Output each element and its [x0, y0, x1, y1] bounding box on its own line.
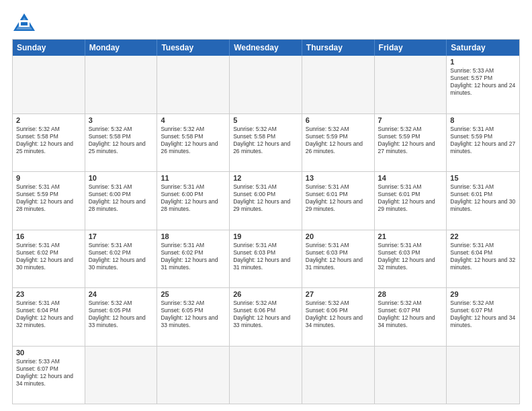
calendar-cell: 15Sunrise: 5:31 AM Sunset: 6:01 PM Dayli… [447, 172, 519, 230]
cell-info: Sunrise: 5:31 AM Sunset: 5:59 PM Dayligh… [16, 183, 81, 213]
calendar-cell: 30Sunrise: 5:33 AM Sunset: 6:07 PM Dayli… [13, 347, 85, 404]
day-number: 14 [378, 174, 443, 182]
calendar-cell: 20Sunrise: 5:31 AM Sunset: 6:03 PM Dayli… [302, 230, 375, 288]
day-number: 4 [161, 116, 226, 124]
calendar-cell [157, 56, 230, 113]
calendar-cell: 21Sunrise: 5:31 AM Sunset: 6:03 PM Dayli… [375, 230, 447, 288]
header [12, 12, 520, 32]
logo [12, 12, 40, 32]
weekday-header-sunday: Sunday [13, 40, 85, 56]
cell-info: Sunrise: 5:31 AM Sunset: 6:03 PM Dayligh… [306, 242, 371, 271]
cell-info: Sunrise: 5:32 AM Sunset: 5:59 PM Dayligh… [378, 126, 443, 155]
cell-info: Sunrise: 5:31 AM Sunset: 6:03 PM Dayligh… [233, 242, 298, 271]
calendar-cell: 13Sunrise: 5:31 AM Sunset: 6:01 PM Dayli… [302, 172, 375, 230]
calendar-cell: 29Sunrise: 5:32 AM Sunset: 6:07 PM Dayli… [447, 288, 519, 346]
day-number: 10 [89, 174, 154, 182]
calendar-cell: 18Sunrise: 5:31 AM Sunset: 6:02 PM Dayli… [157, 230, 230, 288]
day-number: 7 [378, 116, 443, 124]
calendar-cell [157, 347, 230, 404]
cell-info: Sunrise: 5:33 AM Sunset: 6:07 PM Dayligh… [16, 358, 81, 387]
day-number: 2 [16, 116, 81, 124]
calendar-cell [85, 347, 158, 404]
calendar-row-2: 9Sunrise: 5:31 AM Sunset: 5:59 PM Daylig… [13, 171, 519, 230]
calendar-cell: 9Sunrise: 5:31 AM Sunset: 5:59 PM Daylig… [13, 172, 85, 230]
day-number: 13 [306, 174, 371, 182]
cell-info: Sunrise: 5:31 AM Sunset: 6:04 PM Dayligh… [450, 242, 516, 271]
svg-rect-3 [21, 22, 28, 26]
cell-info: Sunrise: 5:32 AM Sunset: 5:58 PM Dayligh… [89, 126, 154, 155]
cell-info: Sunrise: 5:31 AM Sunset: 6:02 PM Dayligh… [16, 242, 81, 271]
day-number: 28 [378, 290, 443, 298]
calendar-cell: 5Sunrise: 5:32 AM Sunset: 5:58 PM Daylig… [230, 114, 302, 172]
day-number: 1 [450, 58, 516, 66]
day-number: 5 [233, 116, 298, 124]
day-number: 21 [378, 232, 443, 240]
day-number: 8 [450, 116, 516, 124]
cell-info: Sunrise: 5:32 AM Sunset: 6:07 PM Dayligh… [450, 300, 516, 329]
weekday-header-friday: Friday [375, 40, 447, 56]
cell-info: Sunrise: 5:31 AM Sunset: 6:00 PM Dayligh… [161, 183, 226, 213]
cell-info: Sunrise: 5:32 AM Sunset: 6:05 PM Dayligh… [161, 300, 226, 329]
calendar-cell: 16Sunrise: 5:31 AM Sunset: 6:02 PM Dayli… [13, 230, 85, 288]
calendar-cell [13, 56, 85, 113]
cell-info: Sunrise: 5:31 AM Sunset: 6:01 PM Dayligh… [306, 183, 371, 213]
calendar: SundayMondayTuesdayWednesdayThursdayFrid… [12, 39, 520, 404]
day-number: 27 [306, 290, 371, 298]
calendar-cell: 23Sunrise: 5:31 AM Sunset: 6:04 PM Dayli… [13, 288, 85, 346]
calendar-row-3: 16Sunrise: 5:31 AM Sunset: 6:02 PM Dayli… [13, 230, 519, 288]
calendar-cell: 24Sunrise: 5:32 AM Sunset: 6:05 PM Dayli… [85, 288, 158, 346]
cell-info: Sunrise: 5:31 AM Sunset: 6:04 PM Dayligh… [16, 300, 81, 329]
page: SundayMondayTuesdayWednesdayThursdayFrid… [0, 0, 532, 411]
calendar-cell: 8Sunrise: 5:31 AM Sunset: 5:59 PM Daylig… [447, 114, 519, 172]
cell-info: Sunrise: 5:31 AM Sunset: 6:02 PM Dayligh… [89, 242, 154, 271]
weekday-header-tuesday: Tuesday [157, 40, 230, 56]
calendar-row-5: 30Sunrise: 5:33 AM Sunset: 6:07 PM Dayli… [13, 346, 519, 404]
cell-info: Sunrise: 5:31 AM Sunset: 5:59 PM Dayligh… [450, 126, 516, 155]
calendar-row-4: 23Sunrise: 5:31 AM Sunset: 6:04 PM Dayli… [13, 287, 519, 346]
day-number: 30 [16, 349, 81, 357]
day-number: 9 [16, 174, 81, 182]
calendar-cell: 2Sunrise: 5:32 AM Sunset: 5:58 PM Daylig… [13, 114, 85, 172]
day-number: 29 [450, 290, 516, 298]
calendar-header: SundayMondayTuesdayWednesdayThursdayFrid… [13, 40, 519, 56]
day-number: 18 [161, 232, 226, 240]
calendar-cell: 26Sunrise: 5:32 AM Sunset: 6:06 PM Dayli… [230, 288, 302, 346]
calendar-cell [447, 347, 519, 404]
cell-info: Sunrise: 5:33 AM Sunset: 5:57 PM Dayligh… [450, 67, 516, 97]
day-number: 26 [233, 290, 298, 298]
calendar-row-1: 2Sunrise: 5:32 AM Sunset: 5:58 PM Daylig… [13, 113, 519, 172]
calendar-body: 1Sunrise: 5:33 AM Sunset: 5:57 PM Daylig… [13, 56, 519, 404]
cell-info: Sunrise: 5:31 AM Sunset: 6:00 PM Dayligh… [89, 183, 154, 213]
weekday-header-monday: Monday [85, 40, 158, 56]
calendar-cell: 25Sunrise: 5:32 AM Sunset: 6:05 PM Dayli… [157, 288, 230, 346]
day-number: 11 [161, 174, 226, 182]
calendar-cell [302, 56, 375, 113]
weekday-header-saturday: Saturday [447, 40, 519, 56]
day-number: 20 [306, 232, 371, 240]
calendar-cell [230, 56, 302, 113]
cell-info: Sunrise: 5:32 AM Sunset: 5:58 PM Dayligh… [233, 126, 298, 155]
day-number: 17 [89, 232, 154, 240]
cell-info: Sunrise: 5:31 AM Sunset: 6:01 PM Dayligh… [378, 183, 443, 213]
day-number: 19 [233, 232, 298, 240]
calendar-row-0: 1Sunrise: 5:33 AM Sunset: 5:57 PM Daylig… [13, 56, 519, 113]
day-number: 24 [89, 290, 154, 298]
cell-info: Sunrise: 5:31 AM Sunset: 6:02 PM Dayligh… [161, 242, 226, 271]
calendar-cell: 1Sunrise: 5:33 AM Sunset: 5:57 PM Daylig… [447, 56, 519, 113]
cell-info: Sunrise: 5:32 AM Sunset: 5:58 PM Dayligh… [16, 126, 81, 155]
logo-icon [12, 12, 36, 32]
calendar-cell: 6Sunrise: 5:32 AM Sunset: 5:59 PM Daylig… [302, 114, 375, 172]
cell-info: Sunrise: 5:32 AM Sunset: 5:58 PM Dayligh… [161, 126, 226, 155]
weekday-header-wednesday: Wednesday [230, 40, 302, 56]
cell-info: Sunrise: 5:32 AM Sunset: 6:06 PM Dayligh… [306, 300, 371, 329]
day-number: 6 [306, 116, 371, 124]
calendar-cell: 19Sunrise: 5:31 AM Sunset: 6:03 PM Dayli… [230, 230, 302, 288]
calendar-cell: 12Sunrise: 5:31 AM Sunset: 6:00 PM Dayli… [230, 172, 302, 230]
calendar-cell: 17Sunrise: 5:31 AM Sunset: 6:02 PM Dayli… [85, 230, 158, 288]
day-number: 22 [450, 232, 516, 240]
day-number: 12 [233, 174, 298, 182]
calendar-cell: 10Sunrise: 5:31 AM Sunset: 6:00 PM Dayli… [85, 172, 158, 230]
calendar-cell: 27Sunrise: 5:32 AM Sunset: 6:06 PM Dayli… [302, 288, 375, 346]
cell-info: Sunrise: 5:31 AM Sunset: 6:03 PM Dayligh… [378, 242, 443, 271]
calendar-cell: 4Sunrise: 5:32 AM Sunset: 5:58 PM Daylig… [157, 114, 230, 172]
